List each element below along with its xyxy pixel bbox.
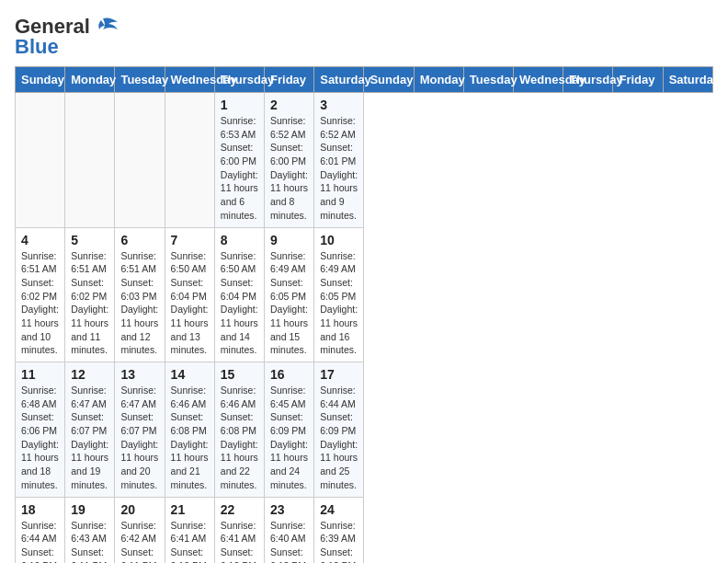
calendar-cell: 14Sunrise: 6:46 AM Sunset: 6:08 PM Dayli… xyxy=(165,362,214,498)
calendar-cell: 16Sunrise: 6:45 AM Sunset: 6:09 PM Dayli… xyxy=(265,362,314,498)
page-header: General Blue xyxy=(15,15,713,59)
calendar-cell xyxy=(115,93,165,228)
day-info: Sunrise: 6:39 AM Sunset: 6:13 PM Dayligh… xyxy=(320,519,358,564)
day-info: Sunrise: 6:50 AM Sunset: 6:04 PM Dayligh… xyxy=(171,249,209,358)
day-number: 11 xyxy=(21,367,59,382)
calendar-header-row: SundayMondayTuesdayWednesdayThursdayFrid… xyxy=(16,67,713,93)
calendar-cell: 24Sunrise: 6:39 AM Sunset: 6:13 PM Dayli… xyxy=(314,497,364,563)
calendar-cell: 4Sunrise: 6:51 AM Sunset: 6:02 PM Daylig… xyxy=(16,227,65,362)
day-number: 1 xyxy=(221,98,258,112)
day-number: 5 xyxy=(71,233,108,247)
calendar-cell: 7Sunrise: 6:50 AM Sunset: 6:04 PM Daylig… xyxy=(165,227,214,362)
logo: General Blue xyxy=(15,15,119,59)
calendar-cell: 6Sunrise: 6:51 AM Sunset: 6:03 PM Daylig… xyxy=(115,227,165,362)
calendar-cell: 5Sunrise: 6:51 AM Sunset: 6:02 PM Daylig… xyxy=(65,227,115,362)
day-info: Sunrise: 6:50 AM Sunset: 6:04 PM Dayligh… xyxy=(221,249,258,358)
calendar-table: SundayMondayTuesdayWednesdayThursdayFrid… xyxy=(15,66,713,563)
calendar-cell: 18Sunrise: 6:44 AM Sunset: 6:10 PM Dayli… xyxy=(16,497,65,563)
day-info: Sunrise: 6:41 AM Sunset: 6:12 PM Dayligh… xyxy=(221,519,258,564)
calendar-week-row: 18Sunrise: 6:44 AM Sunset: 6:10 PM Dayli… xyxy=(16,497,713,563)
calendar-week-row: 1Sunrise: 6:53 AM Sunset: 6:00 PM Daylig… xyxy=(16,93,713,228)
calendar-cell xyxy=(65,93,115,228)
day-info: Sunrise: 6:40 AM Sunset: 6:13 PM Dayligh… xyxy=(270,519,308,564)
day-info: Sunrise: 6:53 AM Sunset: 6:00 PM Dayligh… xyxy=(221,114,258,223)
day-info: Sunrise: 6:47 AM Sunset: 6:07 PM Dayligh… xyxy=(120,384,158,492)
day-info: Sunrise: 6:44 AM Sunset: 6:10 PM Dayligh… xyxy=(21,519,59,564)
day-info: Sunrise: 6:48 AM Sunset: 6:06 PM Dayligh… xyxy=(21,384,59,492)
day-info: Sunrise: 6:43 AM Sunset: 6:11 PM Dayligh… xyxy=(71,519,108,564)
day-info: Sunrise: 6:45 AM Sunset: 6:09 PM Dayligh… xyxy=(270,384,308,492)
header-sunday: Sunday xyxy=(16,67,65,93)
day-number: 3 xyxy=(320,98,358,112)
calendar-cell: 21Sunrise: 6:41 AM Sunset: 6:12 PM Dayli… xyxy=(165,497,214,563)
day-info: Sunrise: 6:42 AM Sunset: 6:11 PM Dayligh… xyxy=(120,519,158,564)
day-number: 19 xyxy=(71,502,108,517)
header-day-thursday: Thursday xyxy=(563,67,613,93)
header-saturday: Saturday xyxy=(314,67,364,93)
calendar-cell: 11Sunrise: 6:48 AM Sunset: 6:06 PM Dayli… xyxy=(16,362,65,498)
day-number: 8 xyxy=(221,233,258,247)
day-number: 13 xyxy=(120,367,158,382)
day-info: Sunrise: 6:51 AM Sunset: 6:02 PM Dayligh… xyxy=(21,249,59,358)
logo-blue: Blue xyxy=(15,35,59,59)
header-day-friday: Friday xyxy=(613,67,663,93)
calendar-cell: 9Sunrise: 6:49 AM Sunset: 6:05 PM Daylig… xyxy=(265,227,314,362)
day-number: 17 xyxy=(320,367,358,382)
day-number: 6 xyxy=(120,233,158,247)
day-info: Sunrise: 6:49 AM Sunset: 6:05 PM Dayligh… xyxy=(270,249,308,358)
day-info: Sunrise: 6:52 AM Sunset: 6:01 PM Dayligh… xyxy=(320,114,358,223)
header-day-monday: Monday xyxy=(414,67,463,93)
day-number: 7 xyxy=(171,233,209,247)
calendar-cell: 10Sunrise: 6:49 AM Sunset: 6:05 PM Dayli… xyxy=(314,227,364,362)
day-number: 15 xyxy=(221,367,258,382)
calendar-cell: 23Sunrise: 6:40 AM Sunset: 6:13 PM Dayli… xyxy=(265,497,314,563)
calendar-cell: 1Sunrise: 6:53 AM Sunset: 6:00 PM Daylig… xyxy=(214,93,264,228)
header-thursday: Thursday xyxy=(214,67,264,93)
day-info: Sunrise: 6:47 AM Sunset: 6:07 PM Dayligh… xyxy=(71,384,108,492)
day-number: 22 xyxy=(221,502,258,517)
header-day-tuesday: Tuesday xyxy=(463,67,513,93)
day-number: 9 xyxy=(270,233,308,247)
day-info: Sunrise: 6:51 AM Sunset: 6:03 PM Dayligh… xyxy=(120,249,158,358)
header-day-wednesday: Wednesday xyxy=(514,67,563,93)
calendar-cell: 15Sunrise: 6:46 AM Sunset: 6:08 PM Dayli… xyxy=(214,362,264,498)
day-info: Sunrise: 6:46 AM Sunset: 6:08 PM Dayligh… xyxy=(171,384,209,492)
day-number: 4 xyxy=(21,233,59,247)
day-info: Sunrise: 6:51 AM Sunset: 6:02 PM Dayligh… xyxy=(71,249,108,358)
calendar-cell: 3Sunrise: 6:52 AM Sunset: 6:01 PM Daylig… xyxy=(314,93,364,228)
day-number: 20 xyxy=(120,502,158,517)
header-monday: Monday xyxy=(65,67,115,93)
day-info: Sunrise: 6:44 AM Sunset: 6:09 PM Dayligh… xyxy=(320,384,358,492)
header-day-sunday: Sunday xyxy=(364,67,414,93)
day-number: 21 xyxy=(171,502,209,517)
day-info: Sunrise: 6:46 AM Sunset: 6:08 PM Dayligh… xyxy=(221,384,258,492)
calendar-cell: 2Sunrise: 6:52 AM Sunset: 6:00 PM Daylig… xyxy=(265,93,314,228)
header-day-saturday: Saturday xyxy=(663,67,712,93)
day-number: 2 xyxy=(270,98,308,112)
logo-bird-icon xyxy=(94,17,119,37)
calendar-cell: 8Sunrise: 6:50 AM Sunset: 6:04 PM Daylig… xyxy=(214,227,264,362)
day-number: 24 xyxy=(320,502,358,517)
calendar-week-row: 4Sunrise: 6:51 AM Sunset: 6:02 PM Daylig… xyxy=(16,227,713,362)
header-friday: Friday xyxy=(265,67,314,93)
calendar-cell: 13Sunrise: 6:47 AM Sunset: 6:07 PM Dayli… xyxy=(115,362,165,498)
header-tuesday: Tuesday xyxy=(115,67,165,93)
calendar-cell: 20Sunrise: 6:42 AM Sunset: 6:11 PM Dayli… xyxy=(115,497,165,563)
calendar-cell: 17Sunrise: 6:44 AM Sunset: 6:09 PM Dayli… xyxy=(314,362,364,498)
calendar-cell: 22Sunrise: 6:41 AM Sunset: 6:12 PM Dayli… xyxy=(214,497,264,563)
day-number: 10 xyxy=(320,233,358,247)
calendar-cell: 12Sunrise: 6:47 AM Sunset: 6:07 PM Dayli… xyxy=(65,362,115,498)
day-number: 18 xyxy=(21,502,59,517)
day-info: Sunrise: 6:52 AM Sunset: 6:00 PM Dayligh… xyxy=(270,114,308,223)
day-number: 16 xyxy=(270,367,308,382)
day-number: 14 xyxy=(171,367,209,382)
calendar-cell xyxy=(16,93,65,228)
calendar-cell: 19Sunrise: 6:43 AM Sunset: 6:11 PM Dayli… xyxy=(65,497,115,563)
calendar-cell xyxy=(165,93,214,228)
calendar-week-row: 11Sunrise: 6:48 AM Sunset: 6:06 PM Dayli… xyxy=(16,362,713,498)
day-number: 23 xyxy=(270,502,308,517)
day-info: Sunrise: 6:41 AM Sunset: 6:12 PM Dayligh… xyxy=(171,519,209,564)
header-wednesday: Wednesday xyxy=(165,67,214,93)
day-info: Sunrise: 6:49 AM Sunset: 6:05 PM Dayligh… xyxy=(320,249,358,358)
day-number: 12 xyxy=(71,367,108,382)
